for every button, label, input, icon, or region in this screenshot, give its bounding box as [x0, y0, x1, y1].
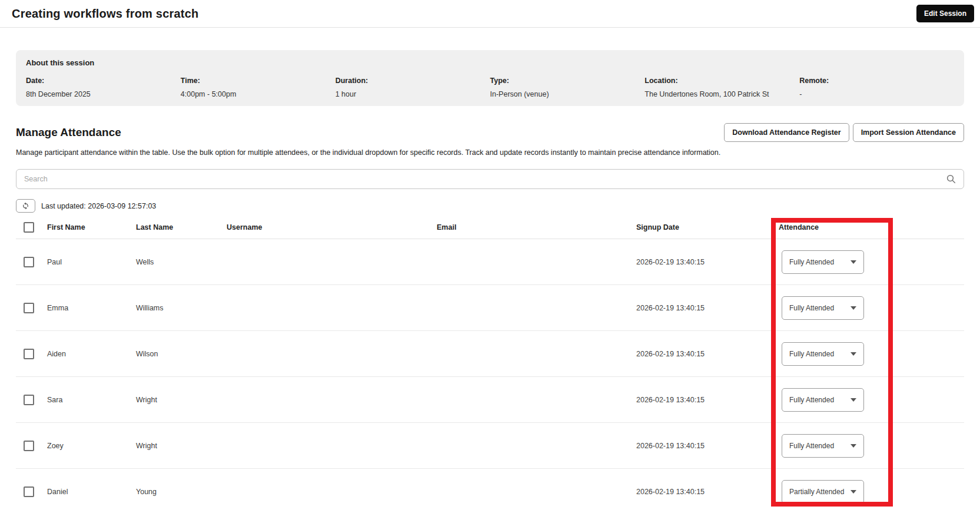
refresh-button[interactable] [16, 199, 35, 213]
cell-first-name: Sara [47, 396, 136, 404]
table-row: Daniel Young 2026-02-19 13:40:15 Partial… [16, 469, 964, 513]
refresh-row: Last updated: 2026-03-09 12:57:03 [16, 199, 964, 213]
row-checkbox-cell [16, 395, 47, 405]
cell-last-name: Wright [136, 396, 227, 404]
table-body: Paul Wells 2026-02-19 13:40:15 Fully Att… [16, 239, 964, 513]
about-field-value: 4:00pm - 5:00pm [181, 90, 335, 98]
search-icon [946, 174, 956, 184]
cell-signup-date: 2026-02-19 13:40:15 [636, 488, 779, 496]
about-field-value: - [799, 90, 954, 98]
attendance-dropdown[interactable]: Partially Attended [782, 480, 864, 504]
cell-first-name: Aiden [47, 350, 136, 358]
table-row: Emma Williams 2026-02-19 13:40:15 Fully … [16, 285, 964, 331]
manage-attendance-description: Manage participant attendance within the… [16, 148, 964, 157]
table-row: Zoey Wright 2026-02-19 13:40:15 Fully At… [16, 423, 964, 469]
row-checkbox-cell [16, 441, 47, 451]
attendance-dropdown[interactable]: Fully Attended [782, 296, 864, 320]
about-session-panel: About this session Date: 8th December 20… [16, 50, 964, 106]
cell-last-name: Williams [136, 304, 227, 312]
search-bar [16, 169, 964, 189]
cell-signup-date: 2026-02-19 13:40:15 [636, 442, 779, 450]
attendance-dropdown[interactable]: Fully Attended [782, 250, 864, 274]
cell-attendance: Fully Attended [779, 296, 964, 320]
about-field-value: In-Person (venue) [490, 90, 645, 98]
column-header-email: Email [437, 223, 636, 231]
select-all-checkbox[interactable] [24, 222, 34, 233]
chevron-down-icon [851, 352, 856, 356]
about-field-label: Duration: [335, 77, 490, 85]
cell-first-name: Emma [47, 304, 136, 312]
search-input[interactable] [16, 169, 964, 189]
column-header-signup-date: Signup Date [636, 223, 779, 231]
cell-attendance: Partially Attended [779, 480, 964, 504]
about-field-remote: Remote: - [799, 77, 954, 98]
about-session-fields: Date: 8th December 2025 Time: 4:00pm - 5… [26, 77, 954, 98]
column-header-attendance: Attendance [779, 223, 964, 231]
attendance-dropdown-value: Fully Attended [789, 258, 834, 266]
row-checkbox-cell [16, 349, 47, 359]
table-row: Aiden Wilson 2026-02-19 13:40:15 Fully A… [16, 331, 964, 377]
edit-session-button[interactable]: Edit Session [916, 5, 974, 22]
about-field-label: Date: [26, 77, 181, 85]
about-field-label: Time: [181, 77, 335, 85]
about-field-label: Location: [645, 77, 799, 85]
about-field-duration: Duration: 1 hour [335, 77, 490, 98]
attendance-dropdown-value: Fully Attended [789, 396, 834, 404]
row-checkbox[interactable] [24, 303, 34, 313]
row-checkbox[interactable] [24, 395, 34, 405]
column-header-last-name: Last Name [136, 223, 227, 231]
top-bar: Creating workflows from scratch Edit Ses… [0, 0, 980, 28]
about-field-value: The Undertones Room, 100 Patrick St [645, 90, 799, 98]
page-title: Creating workflows from scratch [12, 7, 198, 21]
about-field-value: 8th December 2025 [26, 90, 181, 98]
cell-last-name: Wright [136, 442, 227, 450]
row-checkbox[interactable] [24, 486, 34, 497]
cell-attendance: Fully Attended [779, 250, 964, 274]
attendance-dropdown[interactable]: Fully Attended [782, 388, 864, 412]
about-field-value: 1 hour [335, 90, 490, 98]
select-all-cell [16, 222, 47, 233]
chevron-down-icon [851, 260, 856, 264]
about-field-type: Type: In-Person (venue) [490, 77, 645, 98]
cell-signup-date: 2026-02-19 13:40:15 [636, 396, 779, 404]
attendance-dropdown-value: Fully Attended [789, 350, 834, 358]
attendance-dropdown-value: Partially Attended [789, 488, 844, 496]
attendance-dropdown[interactable]: Fully Attended [782, 434, 864, 458]
table-row: Paul Wells 2026-02-19 13:40:15 Fully Att… [16, 239, 964, 285]
last-updated-text: Last updated: 2026-03-09 12:57:03 [41, 202, 156, 210]
about-field-location: Location: The Undertones Room, 100 Patri… [645, 77, 799, 98]
chevron-down-icon [851, 444, 856, 448]
about-field-date: Date: 8th December 2025 [26, 77, 181, 98]
refresh-icon [22, 202, 29, 210]
row-checkbox[interactable] [24, 441, 34, 451]
manage-attendance-header: Manage Attendance Download Attendance Re… [16, 121, 964, 144]
row-checkbox[interactable] [24, 257, 34, 267]
cell-signup-date: 2026-02-19 13:40:15 [636, 350, 779, 358]
cell-attendance: Fully Attended [779, 388, 964, 412]
chevron-down-icon [851, 306, 856, 310]
cell-attendance: Fully Attended [779, 434, 964, 458]
attendance-dropdown-value: Fully Attended [789, 304, 834, 312]
row-checkbox-cell [16, 486, 47, 497]
import-session-attendance-button[interactable]: Import Session Attendance [853, 123, 964, 142]
row-checkbox-cell [16, 257, 47, 267]
cell-first-name: Paul [47, 258, 136, 266]
row-checkbox[interactable] [24, 349, 34, 359]
about-session-title: About this session [26, 58, 954, 67]
attendance-dropdown[interactable]: Fully Attended [782, 342, 864, 366]
column-header-first-name: First Name [47, 223, 136, 231]
cell-signup-date: 2026-02-19 13:40:15 [636, 258, 779, 266]
attendance-table: First Name Last Name Username Email Sign… [16, 216, 964, 513]
about-field-label: Type: [490, 77, 645, 85]
cell-first-name: Daniel [47, 488, 136, 496]
cell-last-name: Young [136, 488, 227, 496]
table-header-row: First Name Last Name Username Email Sign… [16, 216, 964, 239]
about-field-time: Time: 4:00pm - 5:00pm [181, 77, 335, 98]
cell-last-name: Wells [136, 258, 227, 266]
download-attendance-register-button[interactable]: Download Attendance Register [724, 123, 849, 142]
column-header-username: Username [227, 223, 437, 231]
chevron-down-icon [851, 398, 856, 402]
cell-attendance: Fully Attended [779, 342, 964, 366]
attendance-dropdown-value: Fully Attended [789, 442, 834, 450]
chevron-down-icon [851, 490, 856, 494]
